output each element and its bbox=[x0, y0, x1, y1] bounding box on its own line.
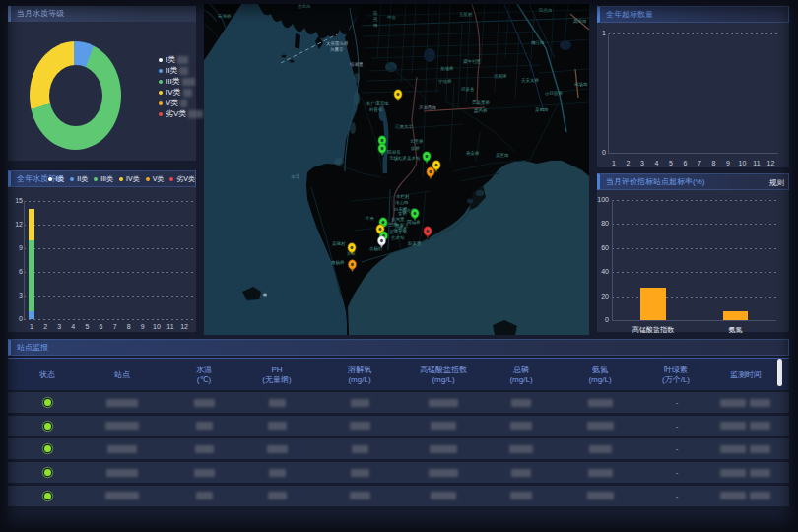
svg-text:无锡程及美术馆: 无锡程及美术馆 bbox=[389, 155, 421, 161]
svg-text:南杨桥: 南杨桥 bbox=[331, 260, 345, 265]
svg-text:大浮: 大浮 bbox=[291, 173, 300, 179]
svg-text:霞美里桥: 霞美里桥 bbox=[472, 100, 491, 105]
svg-text:东埔桥: 东埔桥 bbox=[440, 66, 454, 71]
svg-text:青桥: 青桥 bbox=[398, 211, 408, 216]
svg-text:长广溪湿地: 长广溪湿地 bbox=[366, 100, 389, 106]
svg-text:路: 路 bbox=[373, 23, 378, 28]
svg-text:群家里: 群家里 bbox=[408, 241, 422, 246]
svg-text:科普馆: 科普馆 bbox=[369, 107, 383, 112]
svg-text:大箕圆头咀: 大箕圆头咀 bbox=[326, 41, 349, 46]
svg-text:渔港路: 渔港路 bbox=[298, 4, 311, 9]
svg-text:中吉: 中吉 bbox=[387, 15, 397, 20]
svg-text:活周强: 活周强 bbox=[493, 74, 507, 79]
svg-text:吴都路: 吴都路 bbox=[535, 107, 549, 112]
svg-text:滨湖西路: 滨湖西路 bbox=[419, 104, 437, 110]
svg-text:艺术馆: 艺术馆 bbox=[391, 235, 405, 240]
svg-text:阳湖居: 阳湖居 bbox=[387, 150, 401, 155]
svg-text:小日应桥: 小日应桥 bbox=[545, 91, 564, 96]
svg-text:吴区路: 吴区路 bbox=[496, 152, 509, 158]
svg-text:泳山路: 泳山路 bbox=[395, 200, 409, 205]
svg-text:石塘桥: 石塘桥 bbox=[218, 13, 232, 19]
svg-text:江南大学: 江南大学 bbox=[395, 124, 414, 129]
svg-text:惠风桥: 惠风桥 bbox=[473, 108, 488, 113]
svg-text:坂桥: 坂桥 bbox=[410, 146, 421, 151]
svg-text:北至桥: 北至桥 bbox=[410, 139, 424, 144]
svg-text:隐秀路: 隐秀路 bbox=[539, 7, 553, 14]
svg-text:秀: 秀 bbox=[373, 16, 378, 23]
svg-text:高浪路: 高浪路 bbox=[573, 19, 587, 24]
svg-text:悟湖里: 悟湖里 bbox=[349, 62, 364, 67]
svg-text:天安大桥: 天安大桥 bbox=[521, 78, 540, 83]
svg-text:陆: 陆 bbox=[373, 10, 378, 16]
svg-text:五星村: 五星村 bbox=[459, 11, 473, 18]
svg-text:吴溪文化: 吴溪文化 bbox=[389, 229, 408, 234]
svg-text:梁中社区: 梁中社区 bbox=[463, 58, 482, 64]
svg-text:宁佳桥: 宁佳桥 bbox=[438, 79, 452, 84]
svg-text:兴囊亭: 兴囊亭 bbox=[330, 46, 344, 52]
svg-text:叶春: 叶春 bbox=[366, 216, 375, 221]
svg-text:邱家务: 邱家务 bbox=[461, 87, 475, 92]
